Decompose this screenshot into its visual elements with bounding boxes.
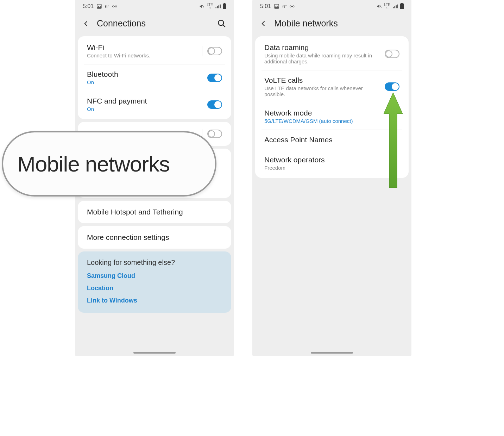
volte-toggle[interactable] [385,82,399,91]
row-roaming[interactable]: Data roaming Using mobile data while roa… [255,38,409,70]
row-bluetooth[interactable]: Bluetooth On [84,64,225,91]
mute-icon [199,4,204,9]
svg-point-2 [218,20,223,25]
status-time: 5:01 [260,3,271,10]
ops-sub: Freedom [264,165,399,171]
row-volte[interactable]: VoLTE calls Use LTE data networks for ca… [262,70,402,103]
hotspot-title: Mobile Hotspot and Tethering [87,208,222,216]
bluetooth-toggle[interactable] [207,74,222,82]
nfc-sub: On [87,106,207,112]
card-looking: Looking for something else? Samsung Clou… [78,251,231,313]
gallery-icon [274,4,279,9]
card-more: More connection settings [78,226,231,249]
svg-line-1 [202,5,204,8]
status-temp: 6° [105,4,109,9]
roaming-toggle[interactable] [385,50,399,58]
link-location[interactable]: Location [87,285,222,292]
voicemail-icon: ⚯ [290,3,294,10]
roaming-sub: Using mobile data while roaming may resu… [264,52,385,64]
voicemail-icon: ⚯ [112,3,117,10]
wifi-toggle[interactable] [207,47,222,55]
row-hotspot[interactable]: Mobile Hotspot and Tethering [78,202,231,222]
mute-icon [376,4,382,9]
flight-toggle[interactable] [207,130,222,138]
network-label: LTE↑↓ [207,4,213,9]
row-nfc[interactable]: NFC and payment On [84,91,225,118]
status-bar: 5:01 6° ⚯ LTE↑↓ [252,0,411,13]
gesture-bar[interactable] [311,352,353,354]
gallery-icon [96,4,102,9]
battery-icon [223,4,226,9]
row-wifi[interactable]: Wi-Fi Connect to Wi-Fi networks. [78,38,231,64]
row-more[interactable]: More connection settings [78,228,231,247]
looking-header: Looking for something else? [87,259,222,267]
svg-line-5 [380,5,382,8]
card-wireless: Wi-Fi Connect to Wi-Fi networks. Bluetoo… [78,36,231,119]
nfc-toggle[interactable] [207,100,222,109]
volte-sub: Use LTE data networks for calls whenever… [264,85,385,97]
wifi-sub: Connect to Wi-Fi networks. [87,52,202,58]
bt-sub: On [87,79,207,85]
callout-pill: Mobile networks [2,131,216,197]
link-to-windows[interactable]: Link to Windows [87,297,222,304]
roaming-title: Data roaming [264,43,385,52]
back-icon[interactable] [260,20,267,27]
card-hotspot: Mobile Hotspot and Tethering [78,201,231,223]
arrow-up-icon [384,93,403,188]
app-bar: Mobile networks [252,13,411,33]
bt-title: Bluetooth [87,70,207,79]
mode-title: Network mode [264,109,399,117]
more-title: More connection settings [87,233,222,242]
row-network-mode[interactable]: Network mode 5G/LTE/WCDMA/GSM (auto conn… [262,103,402,130]
row-apn[interactable]: Access Point Names [262,130,402,150]
page-title: Mobile networks [274,18,338,29]
page-title: Connections [97,18,146,29]
status-temp: 6° [282,4,286,9]
separator [202,46,202,56]
back-icon[interactable] [83,20,90,27]
signal-icon [392,4,398,9]
link-samsung-cloud[interactable]: Samsung Cloud [87,272,222,280]
svg-line-3 [223,25,225,27]
apn-title: Access Point Names [264,136,399,144]
callout-text: Mobile networks [17,151,170,176]
search-icon[interactable] [217,19,226,28]
network-label: LTE↑↓ [384,4,390,9]
gesture-bar[interactable] [133,352,176,354]
wifi-title: Wi-Fi [87,43,202,52]
row-operators[interactable]: Network operators Freedom [262,150,402,176]
status-time: 5:01 [83,3,94,10]
ops-title: Network operators [264,156,399,164]
app-bar: Connections [75,13,234,33]
status-bar: 5:01 6° ⚯ LTE↑↓ [75,0,234,13]
volte-title: VoLTE calls [264,76,385,85]
nfc-title: NFC and payment [87,97,207,105]
mode-sub: 5G/LTE/WCDMA/GSM (auto connect) [264,118,399,124]
battery-icon [400,4,404,9]
signal-icon [215,4,221,9]
